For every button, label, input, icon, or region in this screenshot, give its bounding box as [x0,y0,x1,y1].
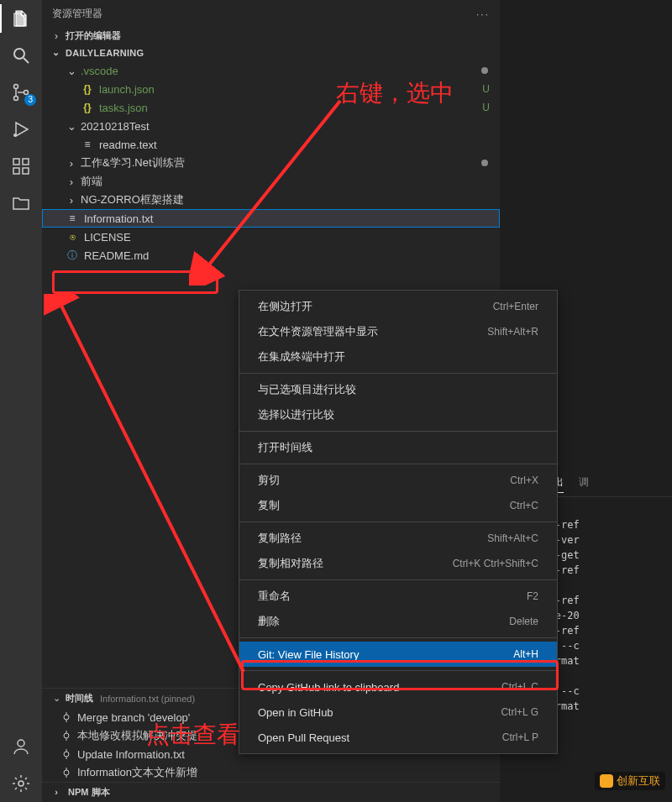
json-icon: {} [81,82,94,96]
source-control-icon[interactable]: 3 [11,82,31,102]
svg-rect-7 [23,159,29,165]
svg-line-1 [24,58,29,63]
commit-icon [60,712,72,722]
ctx-compare-selected[interactable]: 与已选项目进行比较 [239,377,557,402]
ctx-delete[interactable]: 删除Delete [239,609,557,634]
npm-scripts-section[interactable]: › NPM 脚本 [42,782,500,802]
svg-point-5 [13,134,17,137]
open-editors-label: 打开的编辑器 [66,29,121,42]
ctx-select-compare[interactable]: 选择以进行比较 [239,402,557,427]
ctx-copy-path[interactable]: 复制路径Shift+Alt+C [239,526,557,551]
file-label: LICENSE [84,231,131,244]
scm-badge: 3 [24,94,36,106]
chevron-down-icon: ⌄ [66,65,77,77]
more-icon[interactable]: ··· [476,8,490,20]
timeline-subtitle: Information.txt (pinned) [100,694,195,704]
svg-rect-9 [23,168,29,174]
chevron-right-icon: › [66,176,77,188]
chevron-down-icon: ⌄ [50,47,62,58]
chevron-down-icon: ⌄ [66,120,77,133]
watermark-icon [600,774,613,788]
commit-icon [60,749,72,759]
file-tree: ⌄ .vscode {} launch.json U {} tasks.json… [42,61,500,268]
license-icon: ⍟ [66,230,79,244]
svg-point-10 [18,740,24,747]
timeline-item-label: Update Information.txt [77,748,185,761]
git-status-u: U [482,102,490,113]
open-editors-section[interactable]: › 打开的编辑器 [42,28,500,44]
tab-debug[interactable]: 调 [579,475,589,493]
folder-frontend[interactable]: › 前端 [42,172,500,191]
activity-bar: 3 [0,0,42,802]
chevron-right-icon: › [50,787,62,797]
file-tasks-json[interactable]: {} tasks.json U [42,98,500,117]
ctx-open-pr[interactable]: Open Pull RequestCtrl+L P [239,725,557,750]
svg-point-18 [64,752,69,757]
run-debug-icon[interactable] [11,119,31,139]
extensions-icon[interactable] [11,156,31,176]
svg-rect-8 [13,168,19,174]
accounts-icon[interactable] [11,736,31,757]
git-modified-dot [481,160,488,166]
file-label: readme.text [99,139,157,151]
folder-open-icon[interactable] [11,193,31,213]
timeline-item-label: Information文本文件新增 [77,765,197,780]
svg-point-15 [64,733,69,738]
commit-icon [60,731,72,741]
ctx-git-history[interactable]: Git: View File HistoryAlt+H [239,642,557,667]
ctx-cut[interactable]: 剪切Ctrl+X [239,468,557,493]
explorer-title: 资源管理器 [52,7,102,21]
folder-vscode[interactable]: ⌄ .vscode [42,61,500,80]
chevron-right-icon: › [66,194,77,207]
context-menu: 在侧边打开Ctrl+Enter 在文件资源管理器中显示Shift+Alt+R 在… [239,290,558,754]
ctx-reveal[interactable]: 在文件资源管理器中显示Shift+Alt+R [239,319,557,344]
timeline-item-label: Merge branch 'develop' [77,711,190,724]
ctx-copy-github[interactable]: Copy GitHub link to clipboardCtrl+L C [239,674,557,700]
timeline-title: 时间线 [66,692,93,705]
folder-ngzorro[interactable]: › NG-ZORRO框架搭建 [42,191,500,209]
ctx-open-github[interactable]: Open in GitHubCtrl+L G [239,700,557,725]
svg-point-2 [14,85,18,89]
watermark-text: 创新互联 [617,773,660,789]
chevron-down-icon: ⌄ [50,693,62,704]
text-file-icon: ≡ [81,138,94,151]
file-label: README.md [84,249,149,262]
ctx-copy-rel-path[interactable]: 复制相对路径Ctrl+K Ctrl+Shift+C [239,551,557,576]
ctx-copy[interactable]: 复制Ctrl+C [239,493,557,518]
file-information-txt[interactable]: ≡ Information.txt [42,209,500,228]
svg-point-11 [18,781,24,786]
info-icon: ⓘ [66,249,79,262]
project-name: DAILYLEARNING [66,48,144,58]
chevron-right-icon: › [66,157,77,170]
json-icon: {} [81,101,94,114]
file-license[interactable]: ⍟ LICENSE [42,228,500,246]
git-status-u: U [482,83,490,95]
npm-scripts-label: NPM 脚本 [68,787,110,797]
folder-work[interactable]: › 工作&学习.Net训练营 [42,154,500,172]
text-file-icon: ≡ [66,212,79,225]
file-label: tasks.json [99,102,148,114]
commit-icon [60,768,72,778]
ctx-open-timeline[interactable]: 打开时间线 [239,435,557,460]
search-icon[interactable] [11,45,31,66]
timeline-item[interactable]: Information文本文件新增 [42,763,500,782]
file-readme-text[interactable]: ≡ readme.text [42,135,500,154]
settings-gear-icon[interactable] [11,773,31,794]
folder-label: 工作&学习.Net训练营 [81,155,185,170]
ctx-open-terminal[interactable]: 在集成终端中打开 [239,344,557,370]
ctx-rename[interactable]: 重命名F2 [239,584,557,609]
chevron-right-icon: › [50,30,62,42]
folder-label: NG-ZORRO框架搭建 [81,192,184,207]
explorer-icon[interactable] [11,8,31,29]
svg-point-12 [64,715,69,720]
svg-point-3 [14,97,18,101]
folder-test[interactable]: ⌄ 20210218Test [42,117,500,135]
timeline-item-label: 本地修改模拟解决冲突提 [77,728,197,743]
file-launch-json[interactable]: {} launch.json U [42,80,500,98]
project-section[interactable]: ⌄ DAILYLEARNING [42,44,500,61]
file-readme-md[interactable]: ⓘ README.md [42,246,500,265]
ctx-open-side[interactable]: 在侧边打开Ctrl+Enter [239,294,557,319]
svg-point-0 [14,49,24,59]
file-label: Information.txt [84,212,153,225]
git-modified-dot [481,67,488,74]
